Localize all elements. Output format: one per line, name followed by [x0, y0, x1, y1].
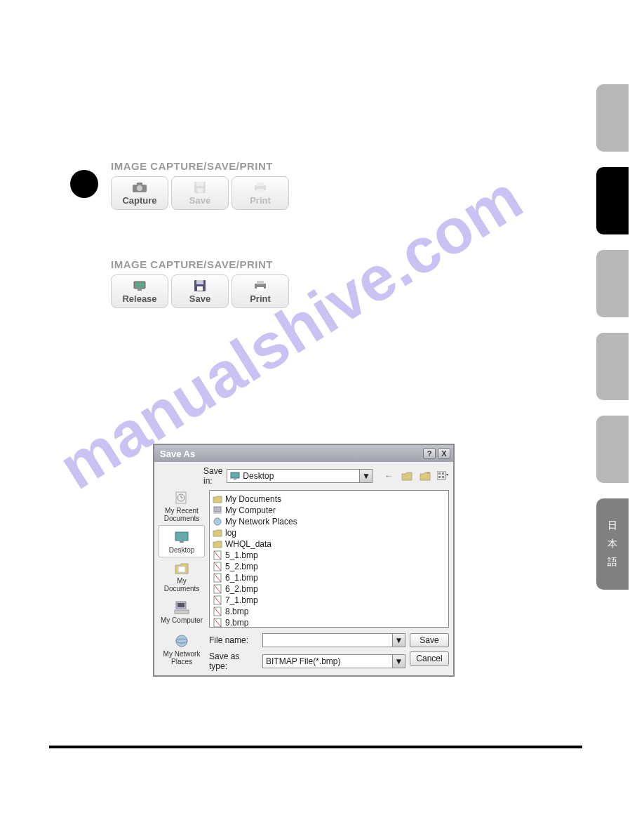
svg-rect-24 — [438, 476, 441, 478]
place-desktop-label: Desktop — [169, 546, 195, 554]
savein-label: Save in: — [203, 466, 222, 486]
file-label: 6_2.bmp — [225, 584, 258, 594]
list-item[interactable]: log — [213, 527, 445, 538]
side-tab-5 — [596, 416, 629, 483]
mydocs-icon — [172, 560, 192, 576]
computer-icon — [213, 505, 222, 515]
file-label: 6_1.bmp — [225, 573, 258, 583]
bmp-icon — [213, 607, 222, 616]
svg-rect-29 — [180, 541, 184, 543]
bmp-icon — [213, 584, 222, 594]
save-label-1: Save — [189, 195, 210, 206]
release-label: Release — [122, 293, 156, 304]
file-label: My Network Places — [225, 517, 297, 527]
list-item[interactable]: 6_1.bmp — [213, 572, 445, 583]
up-folder-icon[interactable] — [401, 470, 413, 482]
horizontal-rule — [49, 746, 582, 748]
saveastype-label: Save as type: — [209, 651, 258, 671]
panel-capture-1: IMAGE CAPTURE/SAVE/PRINT Capture Save Pr… — [111, 160, 289, 210]
filename-label: File name: — [209, 635, 258, 645]
bmp-icon — [213, 573, 222, 583]
file-label: 7_1.bmp — [225, 595, 258, 605]
desktop-small-icon — [230, 472, 240, 480]
saveastype-combo[interactable]: BITMAP File(*.bmp) ▼ — [262, 654, 405, 668]
side-tab-2-active — [596, 167, 629, 234]
print-button[interactable]: Print — [232, 274, 289, 308]
svg-point-36 — [214, 518, 221, 525]
svg-rect-35 — [213, 512, 222, 514]
network-places-icon — [172, 633, 192, 649]
list-item[interactable]: 6_2.bmp — [213, 583, 445, 595]
panel-title-1: IMAGE CAPTURE/SAVE/PRINT — [111, 160, 289, 172]
save-button[interactable]: Save — [171, 274, 229, 308]
back-icon[interactable]: ← — [382, 470, 395, 482]
place-recent-label: My Recent Documents — [159, 507, 205, 522]
list-item[interactable]: 8.bmp — [213, 606, 445, 617]
list-item[interactable]: My Documents — [213, 494, 445, 505]
floppy-save-icon — [192, 279, 208, 292]
release-button[interactable]: Release — [111, 274, 168, 308]
place-mycomp-label: My Computer — [161, 616, 203, 624]
recent-icon — [172, 490, 192, 505]
capture-button[interactable]: Capture — [111, 176, 168, 210]
dropdown-arrow-icon: ▼ — [392, 634, 405, 647]
network-icon — [213, 517, 222, 527]
list-item[interactable]: 7_1.bmp — [213, 595, 445, 606]
printer-icon — [253, 181, 268, 194]
svg-rect-33 — [175, 610, 189, 614]
svg-rect-28 — [175, 532, 188, 541]
bmp-icon — [213, 562, 222, 571]
panel-capture-2: IMAGE CAPTURE/SAVE/PRINT Release Save Pr… — [111, 258, 289, 308]
place-mycomp[interactable]: My Computer — [159, 595, 205, 628]
filename-input[interactable]: ▼ — [262, 633, 405, 647]
folder-icon — [213, 539, 222, 549]
list-item[interactable]: 5_2.bmp — [213, 561, 445, 572]
savein-value: Desktop — [243, 471, 274, 481]
file-list[interactable]: My Documents My Computer My Network Plac… — [209, 490, 449, 628]
svg-rect-30 — [178, 567, 185, 572]
side-tab-4 — [596, 333, 629, 400]
folder-icon — [213, 494, 222, 504]
close-button[interactable]: X — [438, 448, 450, 459]
svg-rect-25 — [442, 476, 444, 478]
list-item[interactable]: My Computer — [213, 505, 445, 516]
view-menu-icon[interactable] — [437, 470, 450, 482]
list-item[interactable]: 5_1.bmp — [213, 550, 445, 561]
bmp-icon — [213, 595, 222, 605]
list-item[interactable]: WHQL_data — [213, 538, 445, 550]
side-tabs: 日 本 語 — [596, 84, 629, 590]
savein-combo[interactable]: Desktop ▼ — [227, 469, 373, 483]
floppy-icon — [192, 181, 208, 194]
list-item[interactable]: My Network Places — [213, 516, 445, 527]
dialog-cancel-button[interactable]: Cancel — [410, 651, 449, 666]
place-mydocs[interactable]: My Documents — [159, 560, 205, 593]
svg-rect-8 — [257, 189, 264, 192]
list-item[interactable]: 9.bmp — [213, 617, 445, 628]
place-mydocs-label: My Documents — [159, 577, 205, 593]
svg-rect-13 — [196, 280, 203, 284]
monitor-icon — [132, 279, 147, 292]
place-desktop[interactable]: Desktop — [159, 525, 205, 557]
place-recent[interactable]: My Recent Documents — [159, 490, 205, 522]
svg-point-45 — [176, 635, 187, 647]
new-folder-icon[interactable]: * — [419, 470, 431, 482]
file-label: My Computer — [225, 505, 276, 515]
file-label: My Documents — [225, 494, 281, 504]
lang-char-2: 本 — [608, 538, 617, 550]
place-network-label: My Network Places — [159, 650, 205, 666]
side-tab-1 — [596, 84, 629, 152]
bmp-icon — [213, 550, 222, 560]
panel-title-2: IMAGE CAPTURE/SAVE/PRINT — [111, 258, 289, 270]
camera-icon — [132, 181, 147, 194]
bmp-icon — [213, 618, 222, 628]
printer-active-icon — [253, 279, 268, 292]
svg-rect-32 — [177, 603, 185, 607]
help-button[interactable]: ? — [423, 448, 436, 459]
dialog-save-button[interactable]: Save — [410, 633, 449, 647]
side-tab-language: 日 本 語 — [596, 498, 629, 590]
print-button-disabled: Print — [232, 176, 289, 210]
dropdown-arrow-icon: ▼ — [359, 470, 372, 482]
svg-rect-16 — [257, 281, 264, 284]
lang-char-3: 語 — [608, 556, 617, 569]
place-network[interactable]: My Network Places — [159, 633, 205, 666]
